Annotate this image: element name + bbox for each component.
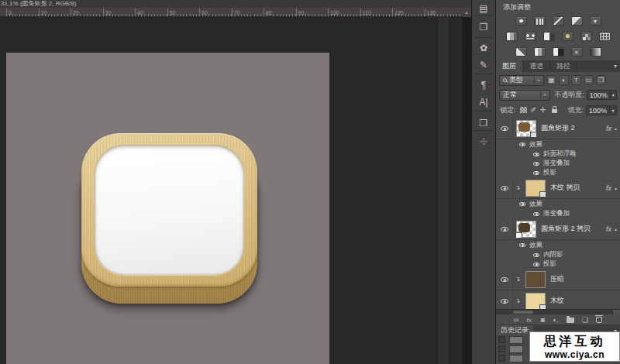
effect-row[interactable]: 渐变叠加	[496, 159, 620, 168]
levels-icon[interactable]	[534, 16, 546, 26]
smart-object-filter-icon[interactable]: ❒	[596, 75, 606, 85]
layer-fx-label[interactable]: fx	[606, 184, 611, 192]
vibrance-icon[interactable]: ▼	[590, 16, 601, 26]
fill-value[interactable]: 100%	[586, 105, 610, 115]
eye-icon[interactable]	[519, 143, 525, 146]
paragraph-panel-icon[interactable]: ¶	[472, 77, 495, 94]
effects-header-row[interactable]: 效果	[496, 240, 620, 250]
link-layers-icon[interactable]: ∞	[514, 316, 518, 325]
tab-通道[interactable]: 通道	[523, 60, 550, 72]
eye-icon[interactable]	[533, 263, 539, 266]
channel-mixer-icon[interactable]	[580, 32, 592, 41]
layer-row[interactable]: ↴木纹 拷贝fx▲	[496, 177, 620, 199]
new-group-icon[interactable]	[567, 318, 574, 323]
black-white-icon[interactable]	[543, 32, 555, 41]
layer-mask-icon[interactable]: ◙	[541, 316, 545, 325]
type-layer-filter-icon[interactable]: T	[571, 75, 581, 85]
panel-menu-icon[interactable]: ▾	[614, 60, 620, 72]
brush-presets-panel-icon[interactable]: ✿	[472, 39, 495, 57]
eye-icon[interactable]	[533, 253, 539, 257]
character-panel-icon[interactable]: A|	[472, 94, 495, 111]
eye-icon[interactable]	[533, 162, 539, 166]
adjustment-layer-icon[interactable]: ◐,	[553, 316, 559, 325]
curves-icon[interactable]	[553, 16, 564, 26]
clone-source-panel-icon[interactable]: ❐	[472, 19, 495, 36]
lock-position-icon[interactable]: ✛	[540, 106, 546, 114]
opacity-value[interactable]: 100%	[587, 90, 611, 100]
layer-thumbnail[interactable]	[516, 120, 536, 137]
canvas-area[interactable]	[0, 17, 462, 364]
shape-layer-filter-icon[interactable]: ▭	[584, 75, 594, 85]
posterize-icon[interactable]	[534, 47, 546, 57]
threshold-icon[interactable]	[553, 47, 564, 57]
effects-header-row[interactable]: 效果	[496, 139, 620, 149]
color-balance-icon[interactable]	[525, 32, 536, 41]
hue-saturation-icon[interactable]	[506, 32, 518, 41]
canvas-vertical-scrollbar[interactable]	[439, 17, 448, 364]
gradient-map-icon[interactable]	[590, 47, 601, 57]
ruler-tick-label: 130	[427, 10, 436, 15]
eye-icon[interactable]	[533, 153, 539, 156]
eye-icon[interactable]	[519, 202, 525, 206]
color-lookup-icon[interactable]	[599, 32, 611, 41]
effect-row[interactable]: 渐变叠加	[496, 209, 620, 218]
selective-color-icon[interactable]: ✕	[571, 47, 583, 57]
tab-history[interactable]: 历史记录	[496, 325, 533, 335]
eye-icon[interactable]	[533, 171, 539, 175]
layer-thumbnail[interactable]	[525, 271, 546, 288]
layer-thumbnail[interactable]	[516, 221, 536, 238]
opacity-dropdown-arrow-icon[interactable]: ▾	[611, 90, 617, 100]
document-canvas[interactable]	[6, 53, 329, 364]
filter-kind-dropdown[interactable]: 类型 ÷	[499, 75, 544, 86]
visibility-toggle[interactable]	[496, 269, 513, 290]
lock-transparency-icon[interactable]	[520, 107, 527, 113]
photo-filter-icon[interactable]	[562, 32, 574, 41]
exposure-icon[interactable]	[571, 16, 583, 26]
tab-图层[interactable]: 图层	[496, 60, 523, 72]
delete-layer-icon[interactable]	[596, 317, 602, 323]
layer-thumbnail[interactable]	[525, 180, 546, 197]
layer-row[interactable]: ↴木纹	[496, 290, 620, 309]
eye-icon[interactable]	[533, 212, 539, 216]
layers-hscrollbar[interactable]	[496, 309, 620, 314]
fill-dropdown-arrow-icon[interactable]: ▾	[610, 105, 617, 115]
visibility-toggle[interactable]	[496, 177, 513, 198]
3d-panel-icon[interactable]: ❒	[472, 115, 495, 132]
layer-row[interactable]: 圆角矩形 2fx▲	[496, 118, 620, 139]
eye-icon[interactable]	[519, 243, 525, 247]
effect-row[interactable]: 投影	[496, 259, 620, 269]
layer-row[interactable]: ↴压暗	[496, 269, 620, 290]
effect-row[interactable]: 内阴影	[496, 250, 620, 259]
fx-collapse-arrow-icon[interactable]: ▲	[614, 126, 618, 131]
layer-fx-label[interactable]: fx	[606, 225, 611, 233]
blend-mode-dropdown[interactable]: 正常 ÷	[499, 90, 550, 101]
layer-fx-label[interactable]: fx	[606, 125, 611, 132]
history-source-checkbox[interactable]	[498, 336, 505, 343]
tab-路径[interactable]: 路径	[550, 60, 577, 72]
layers-hscrollbar-thumb[interactable]	[513, 311, 533, 314]
layer-style-icon[interactable]: fx.	[526, 316, 532, 325]
lock-all-icon[interactable]	[552, 109, 557, 113]
lock-pixels-icon[interactable]: ✐	[531, 106, 537, 114]
effects-header-row[interactable]: 效果	[496, 199, 620, 209]
visibility-toggle[interactable]	[496, 218, 513, 239]
adjustment-layer-filter-icon[interactable]: ◐	[559, 75, 569, 85]
fx-collapse-arrow-icon[interactable]: ▲	[614, 186, 618, 191]
new-layer-icon[interactable]: ❏	[582, 316, 588, 325]
horizontal-ruler[interactable]: 0102030405060708090100110120130	[0, 8, 462, 17]
invert-icon[interactable]	[515, 47, 527, 57]
brightness-contrast-icon[interactable]	[515, 16, 527, 26]
properties-panel-icon[interactable]: ▤	[472, 0, 495, 17]
visibility-toggle[interactable]	[496, 290, 513, 309]
scroll-up-arrow-icon[interactable]: ▲	[462, 8, 471, 17]
history-source-checkbox[interactable]	[498, 355, 505, 362]
fx-collapse-arrow-icon[interactable]: ▲	[614, 227, 618, 232]
layer-thumbnail[interactable]	[525, 293, 546, 310]
tool-presets-panel-icon[interactable]: ✎	[472, 57, 495, 74]
pixel-layer-filter-icon[interactable]: ▦	[546, 75, 556, 85]
layer-row[interactable]: 圆角矩形 2 拷贝fx▲	[496, 218, 620, 240]
visibility-toggle[interactable]	[496, 118, 513, 139]
history-source-checkbox[interactable]	[498, 345, 505, 352]
effect-row[interactable]: 斜面和浮雕	[496, 149, 620, 159]
effect-row[interactable]: 投影	[496, 168, 620, 177]
